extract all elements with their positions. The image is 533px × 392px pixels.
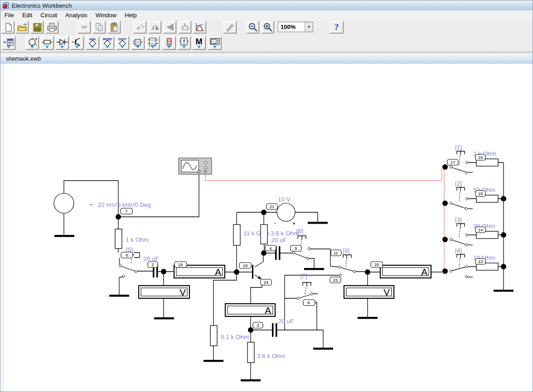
svg-text:16: 16 bbox=[478, 155, 483, 160]
switch-2[interactable]: [2] bbox=[450, 180, 473, 210]
battery-minus: - bbox=[274, 220, 276, 226]
switch-key-label: [7] bbox=[300, 272, 307, 279]
parts-basic-button[interactable] bbox=[40, 36, 54, 50]
zoom-level-value: 100% bbox=[278, 24, 305, 30]
chevron-down-icon[interactable]: ▼ bbox=[305, 22, 313, 32]
parts-miscellaneous-button[interactable]: M bbox=[192, 36, 206, 50]
save-button[interactable] bbox=[30, 21, 44, 33]
zoom-out-button[interactable] bbox=[246, 21, 259, 33]
rotate-button[interactable] bbox=[133, 21, 146, 33]
svg-text:21: 21 bbox=[270, 204, 275, 209]
parts-transistors-button[interactable] bbox=[70, 36, 84, 50]
copy-button[interactable] bbox=[92, 21, 106, 33]
subcircuit-icon bbox=[179, 22, 190, 32]
schematic: ~ 22 mV/5 kHz/0 Deg - + 10 V 1 k Ohm 11 … bbox=[0, 64, 533, 392]
parts-indicators-button[interactable] bbox=[162, 36, 176, 50]
bin-arrow bbox=[151, 46, 155, 48]
parts-mixed-ics-button[interactable]: MIXED bbox=[101, 36, 114, 50]
node-17: 17 bbox=[447, 159, 458, 165]
svg-text:2: 2 bbox=[151, 262, 154, 267]
menu-help[interactable]: Help bbox=[121, 11, 141, 19]
resistor-emitter[interactable]: 3.6 k Ohm bbox=[247, 342, 285, 363]
zoom-in-button[interactable] bbox=[261, 21, 274, 33]
voltmeter-1[interactable]: V bbox=[139, 286, 189, 298]
scissors-icon: ✂ bbox=[79, 22, 89, 32]
help-button[interactable]: ? bbox=[329, 21, 344, 33]
flip-flop-icon: S R Q Q bbox=[147, 38, 159, 47]
document-title-bar[interactable]: shemaok.ewb bbox=[0, 53, 533, 64]
bin-arrow bbox=[106, 46, 109, 48]
menu-edit[interactable]: Edit bbox=[18, 11, 36, 19]
resistor-input[interactable]: 1 k Ohm bbox=[115, 229, 149, 249]
switch-key-label: [2] bbox=[455, 180, 462, 187]
ammeter-3[interactable]: A bbox=[225, 304, 275, 316]
capacitor-bypass[interactable]: 20 uF bbox=[272, 318, 294, 337]
document-name: shemaok.ewb bbox=[6, 56, 41, 62]
battery-source[interactable]: - + 10 V bbox=[274, 196, 296, 227]
svg-text:14: 14 bbox=[478, 227, 483, 232]
voltmeter-letter: V bbox=[383, 287, 390, 297]
switch-1[interactable]: [1] bbox=[450, 144, 473, 174]
parts-favorites-button[interactable] bbox=[2, 36, 15, 50]
parts-logic-gates-button[interactable] bbox=[131, 36, 145, 50]
ac-voltage-source[interactable]: ~ 22 mV/5 kHz/0 Deg bbox=[54, 193, 151, 213]
switch-7[interactable]: [7] bbox=[297, 272, 316, 304]
switch-3[interactable]: [3] bbox=[450, 216, 473, 246]
resistor-bias-lower[interactable]: 5.1 k Ohm bbox=[210, 325, 249, 346]
open-button[interactable] bbox=[15, 21, 29, 33]
svg-text:6: 6 bbox=[126, 253, 128, 258]
schematic-canvas[interactable]: ~ 22 mV/5 kHz/0 Deg - + 10 V 1 k Ohm 11 … bbox=[0, 64, 533, 392]
scope-knob bbox=[204, 166, 207, 169]
parts-analog-ics-button[interactable]: ANA bbox=[86, 36, 99, 50]
zoom-level-select[interactable]: 100% ▼ bbox=[278, 22, 313, 32]
node-24: 24 bbox=[261, 279, 271, 285]
bin-arrow bbox=[30, 46, 34, 48]
voltmeter-2[interactable]: V bbox=[344, 286, 394, 298]
create-subcircuit-button[interactable] bbox=[178, 21, 191, 33]
bin-arrow bbox=[7, 46, 10, 48]
bin-arrow bbox=[91, 46, 94, 48]
voltmeter-letter: V bbox=[179, 287, 186, 297]
wires bbox=[64, 163, 504, 379]
bin-arrow bbox=[136, 46, 140, 48]
canvas-left-edge bbox=[3, 64, 3, 392]
floppy-disk-icon bbox=[32, 22, 42, 32]
node-13: 13 bbox=[475, 258, 485, 264]
component-properties-button[interactable] bbox=[223, 21, 237, 33]
parts-digital-ics-button[interactable]: DIGIT bbox=[116, 36, 129, 50]
resistor-value: 3.6 k Ohm bbox=[257, 353, 285, 359]
new-button[interactable] bbox=[1, 21, 15, 33]
svg-text:9: 9 bbox=[295, 246, 297, 251]
ammeter-letter: A bbox=[215, 267, 221, 277]
node-8: 8 bbox=[303, 300, 315, 306]
battery-value-label: 10 V bbox=[278, 196, 291, 203]
display-graphs-button[interactable] bbox=[193, 21, 206, 33]
cut-button[interactable]: ✂ bbox=[78, 21, 91, 33]
paste-button[interactable] bbox=[107, 21, 121, 33]
switch-4[interactable]: [4] bbox=[450, 247, 473, 278]
flip-horizontal-button[interactable] bbox=[148, 21, 161, 33]
print-button[interactable] bbox=[45, 21, 58, 33]
ammeter-2[interactable]: A bbox=[380, 265, 431, 278]
transistor-npn[interactable] bbox=[252, 265, 262, 279]
menu-analysis[interactable]: Analysis bbox=[61, 11, 91, 19]
capacitor-value: 20 uF bbox=[271, 237, 287, 244]
switch-5[interactable]: [5] bbox=[119, 246, 140, 277]
parts-sources-button[interactable] bbox=[25, 36, 39, 50]
parts-controls-button[interactable]: f bbox=[177, 36, 191, 50]
parts-instruments-button[interactable] bbox=[208, 36, 222, 50]
menu-file[interactable]: File bbox=[0, 11, 18, 19]
svg-text:Q: Q bbox=[153, 39, 155, 42]
rotate-icon bbox=[135, 22, 145, 32]
parts-diodes-button[interactable] bbox=[55, 36, 69, 50]
flip-vertical-button[interactable] bbox=[163, 21, 176, 33]
menu-window[interactable]: Window bbox=[92, 11, 121, 19]
parts-digital-button[interactable]: S R Q Q bbox=[146, 36, 160, 50]
title-bar[interactable]: Electronics Workbench bbox=[0, 0, 533, 11]
oscilloscope[interactable] bbox=[179, 158, 212, 174]
menu-circuit[interactable]: Circuit bbox=[36, 11, 61, 19]
zoom-in-icon bbox=[262, 22, 273, 32]
clipboard-icon bbox=[109, 22, 119, 32]
switch-key-label: [3] bbox=[455, 216, 462, 223]
window-title: Electronics Workbench bbox=[12, 2, 72, 9]
